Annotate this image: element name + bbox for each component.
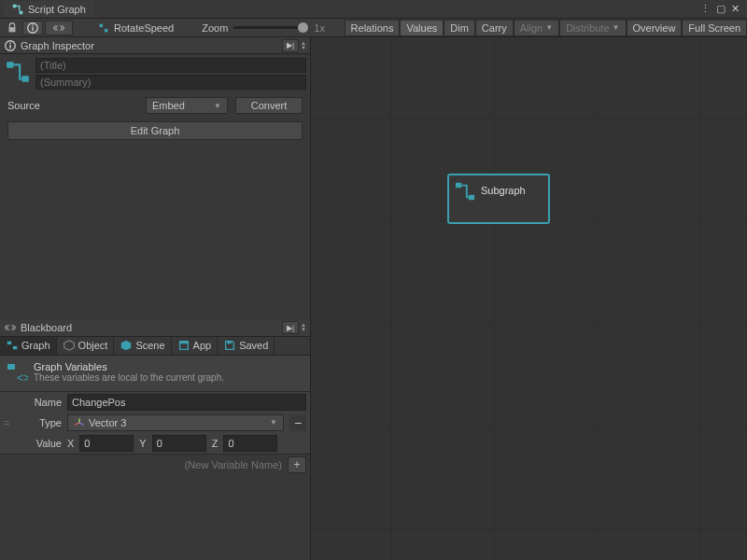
- blackboard-body: <> Graph Variables These variables are l…: [0, 356, 310, 475]
- node-label: Subgraph: [481, 185, 526, 196]
- close-icon[interactable]: ✕: [731, 3, 740, 15]
- value-y-input[interactable]: [152, 435, 206, 452]
- svg-rect-1: [20, 10, 23, 14]
- svg-rect-17: [228, 342, 232, 344]
- chevrons-icon: [4, 321, 17, 334]
- blackboard-title: Blackboard: [21, 322, 72, 333]
- variable-icon: [97, 21, 110, 35]
- var-type-dropdown[interactable]: Vector 3 ▼: [67, 414, 284, 431]
- maximize-icon[interactable]: ▢: [716, 3, 726, 15]
- svg-rect-21: [469, 195, 474, 201]
- lock-button[interactable]: [4, 21, 21, 35]
- vector3-icon: [74, 417, 85, 428]
- svg-rect-14: [13, 346, 17, 350]
- svg-rect-5: [32, 24, 33, 25]
- drag-handle[interactable]: =: [4, 417, 11, 428]
- edit-graph-button[interactable]: Edit Graph: [7, 121, 303, 140]
- svg-rect-13: [7, 342, 11, 345]
- zoom-slider-thumb[interactable]: [298, 22, 308, 33]
- distribute-dropdown[interactable]: Distribute▼: [559, 20, 626, 36]
- subgraph-icon: [455, 181, 475, 202]
- source-dropdown[interactable]: Embed ▼: [146, 97, 228, 114]
- add-variable-button[interactable]: ＋: [288, 456, 306, 473]
- tab-object[interactable]: Object: [57, 337, 115, 355]
- scene-icon: [120, 339, 133, 352]
- node-subgraph[interactable]: Subgraph: [447, 174, 550, 224]
- svg-text:<>: <>: [17, 371, 28, 384]
- graph-type-icon: [4, 58, 32, 86]
- toolbar: RotateSpeed Zoom 1x Relations Values Dim…: [0, 19, 747, 37]
- panel-down-button[interactable]: ▼: [301, 46, 306, 50]
- var-value-label: Value: [17, 438, 62, 449]
- value-x-input[interactable]: [79, 435, 134, 452]
- info-button[interactable]: [22, 21, 43, 35]
- tab-scene[interactable]: Scene: [114, 337, 171, 355]
- carry-button[interactable]: Carry: [475, 20, 514, 36]
- svg-rect-10: [9, 42, 10, 43]
- window-titlebar: Script Graph ⋮ ▢ ✕: [0, 0, 747, 19]
- panel-down-button[interactable]: ▼: [301, 328, 306, 332]
- graph-var-icon: [6, 339, 19, 352]
- svg-rect-18: [7, 364, 15, 370]
- graph-canvas[interactable]: Subgraph: [311, 37, 747, 560]
- svg-rect-16: [179, 342, 188, 344]
- saved-icon: [223, 339, 236, 352]
- collapse-right-button[interactable]: ▶|: [282, 39, 299, 52]
- window-tab-scriptgraph[interactable]: Script Graph: [4, 1, 93, 18]
- breadcrumb-text[interactable]: RotateSpeed: [114, 22, 174, 34]
- blackboard-tabs: Graph Object Scene App Saved: [0, 337, 310, 356]
- tab-graph[interactable]: Graph: [0, 337, 57, 355]
- fullscreen-button[interactable]: Full Screen: [682, 20, 747, 36]
- window-title: Script Graph: [28, 4, 86, 15]
- lock-icon: [6, 21, 19, 35]
- object-icon: [63, 339, 76, 352]
- kebab-icon[interactable]: ⋮: [700, 3, 711, 15]
- dim-button[interactable]: Dim: [444, 20, 475, 36]
- graph-variables-heading: Graph Variables: [34, 361, 224, 372]
- svg-rect-4: [32, 26, 33, 30]
- graph-title-input[interactable]: (Title): [35, 58, 306, 73]
- svg-rect-0: [13, 4, 17, 7]
- blackboard-toggle-button[interactable]: [45, 21, 73, 35]
- graph-variables-icon: <>: [6, 361, 28, 384]
- svg-rect-6: [100, 23, 104, 27]
- source-label: Source: [7, 100, 138, 111]
- zoom-value: 1x: [314, 22, 325, 34]
- graph-inspector-body: (Title) (Summary) Source Embed ▼ Convert…: [0, 54, 310, 149]
- info-icon: [4, 39, 17, 52]
- graph-icon: [11, 3, 24, 16]
- var-name-label: Name: [17, 397, 62, 408]
- new-variable-placeholder[interactable]: (New Variable Name): [4, 459, 288, 470]
- chevrons-icon: [52, 21, 65, 35]
- blackboard-header: Blackboard ▶| ▲ ▼: [0, 320, 310, 337]
- var-name-input[interactable]: [67, 394, 306, 411]
- align-dropdown[interactable]: Align▼: [514, 20, 559, 36]
- sidebar: Graph Inspector ▶| ▲ ▼ (Title) (Summary): [0, 37, 311, 560]
- graph-variables-subtext: These variables are local to the current…: [34, 372, 224, 383]
- svg-rect-9: [9, 44, 10, 48]
- svg-rect-12: [21, 76, 29, 82]
- graph-inspector-title: Graph Inspector: [21, 40, 94, 51]
- tab-saved[interactable]: Saved: [218, 337, 275, 355]
- remove-variable-button[interactable]: −: [289, 414, 306, 431]
- overview-button[interactable]: Overview: [627, 20, 683, 36]
- relations-button[interactable]: Relations: [345, 20, 401, 36]
- x-label: X: [67, 438, 74, 449]
- zoom-label: Zoom: [202, 22, 228, 34]
- svg-rect-7: [105, 28, 108, 32]
- svg-rect-2: [9, 27, 16, 32]
- zoom-slider[interactable]: [233, 26, 308, 29]
- svg-rect-11: [7, 62, 14, 68]
- tab-app[interactable]: App: [172, 337, 218, 355]
- graph-inspector-header: Graph Inspector ▶| ▲ ▼: [0, 37, 310, 54]
- graph-summary-input[interactable]: (Summary): [35, 75, 306, 90]
- value-z-input[interactable]: [223, 435, 277, 452]
- y-label: Y: [139, 438, 146, 449]
- collapse-right-button[interactable]: ▶|: [282, 321, 299, 334]
- var-type-label: Type: [17, 417, 62, 428]
- z-label: Z: [212, 438, 218, 449]
- convert-button[interactable]: Convert: [235, 97, 303, 114]
- values-button[interactable]: Values: [400, 20, 444, 36]
- svg-rect-20: [456, 183, 461, 189]
- app-icon: [177, 339, 190, 352]
